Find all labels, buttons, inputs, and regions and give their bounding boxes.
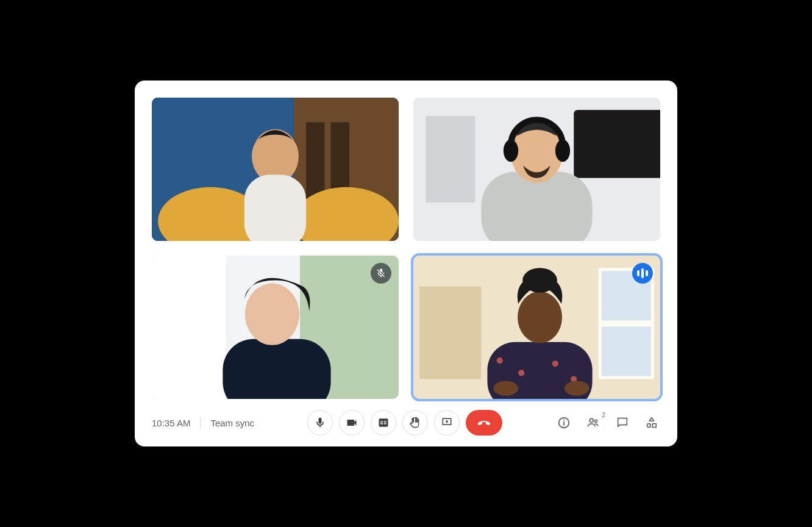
activities-button[interactable] [643, 414, 660, 431]
svg-point-20 [245, 284, 299, 345]
participant-tile[interactable] [152, 98, 399, 241]
camera-button[interactable] [339, 410, 365, 436]
mic-icon [314, 417, 326, 429]
svg-rect-8 [244, 175, 306, 241]
separator [200, 417, 201, 428]
call-controls [307, 410, 502, 436]
info-icon [557, 416, 571, 429]
participant-tile-active[interactable] [413, 256, 660, 399]
svg-point-29 [552, 360, 558, 367]
raise-hand-icon [409, 417, 421, 429]
mic-button[interactable] [307, 410, 333, 436]
svg-rect-25 [419, 287, 481, 379]
present-button[interactable] [434, 410, 460, 436]
hangup-icon [477, 415, 491, 430]
meeting-info: 10:35 AM Team sync [152, 417, 254, 428]
svg-point-38 [589, 418, 593, 422]
chat-button[interactable] [614, 414, 631, 431]
svg-point-39 [595, 420, 597, 422]
svg-point-40 [647, 424, 650, 428]
participant-video [413, 98, 660, 241]
shapes-icon [645, 416, 658, 429]
participant-video [413, 256, 660, 399]
participant-video [152, 98, 399, 241]
video-grid [152, 98, 660, 399]
svg-rect-36 [563, 421, 564, 425]
svg-point-33 [494, 381, 519, 396]
meeting-window: 10:35 AM Team sync [135, 81, 677, 446]
present-icon [441, 417, 453, 429]
participant-tile[interactable] [152, 256, 399, 399]
svg-rect-11 [426, 116, 475, 203]
svg-rect-24 [602, 326, 651, 376]
muted-icon [371, 263, 391, 284]
info-button[interactable] [555, 414, 572, 431]
svg-rect-37 [563, 420, 564, 421]
chat-icon [616, 416, 629, 429]
svg-rect-10 [574, 110, 660, 177]
raise-hand-button[interactable] [402, 410, 428, 436]
svg-rect-18 [152, 256, 226, 399]
participant-count: 2 [602, 412, 605, 418]
svg-point-28 [518, 370, 524, 376]
camera-icon [346, 417, 358, 429]
speaking-icon [632, 263, 653, 284]
captions-icon [377, 417, 390, 429]
participant-tile[interactable] [413, 98, 660, 241]
meeting-title: Team sync [210, 418, 254, 428]
participant-video [152, 256, 399, 399]
svg-point-14 [504, 140, 518, 162]
svg-point-32 [522, 268, 557, 293]
people-button[interactable]: 2 [585, 414, 602, 431]
side-controls: 2 [555, 414, 660, 431]
captions-button[interactable] [371, 410, 396, 436]
meeting-toolbar: 10:35 AM Team sync [152, 399, 660, 446]
svg-rect-19 [223, 339, 330, 399]
svg-point-27 [497, 357, 503, 364]
hangup-button[interactable] [466, 410, 502, 436]
svg-point-31 [518, 292, 562, 343]
people-icon [586, 416, 600, 429]
svg-point-15 [555, 140, 570, 162]
meeting-time: 10:35 AM [152, 418, 190, 428]
svg-point-34 [564, 381, 589, 396]
svg-rect-41 [652, 424, 656, 428]
